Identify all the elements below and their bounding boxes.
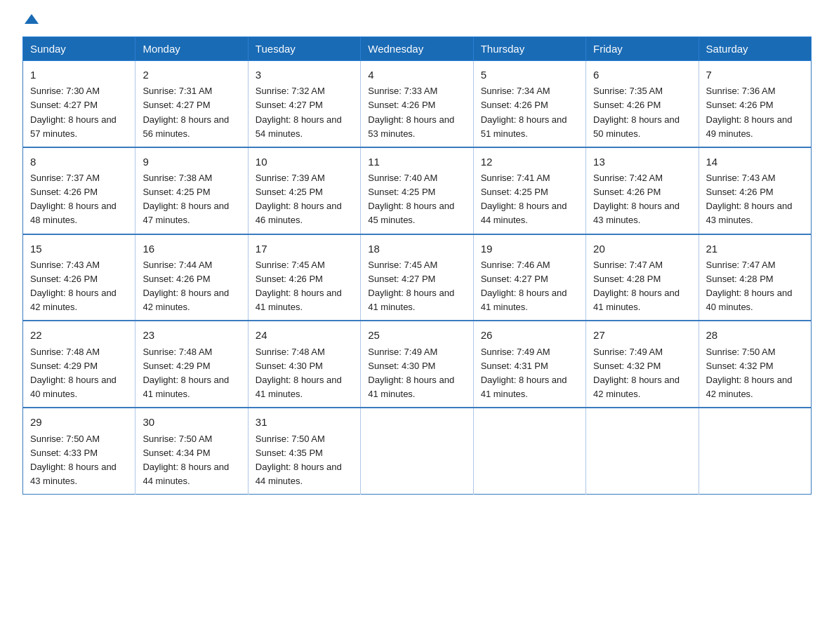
day-sunrise: Sunrise: 7:49 AM: [593, 347, 663, 357]
day-daylight: Daylight: 8 hours and 41 minutes.: [368, 288, 454, 312]
calendar-cell: 28 Sunrise: 7:50 AM Sunset: 4:32 PM Dayl…: [699, 321, 811, 408]
day-number: 6: [593, 67, 691, 83]
day-sunset: Sunset: 4:26 PM: [30, 274, 98, 284]
day-number: 2: [143, 67, 240, 83]
day-sunset: Sunset: 4:27 PM: [368, 274, 435, 284]
day-sunset: Sunset: 4:31 PM: [481, 361, 548, 371]
day-daylight: Daylight: 8 hours and 43 minutes.: [593, 201, 680, 225]
calendar-cell: 19 Sunrise: 7:46 AM Sunset: 4:27 PM Dayl…: [473, 234, 585, 321]
day-sunset: Sunset: 4:25 PM: [481, 187, 548, 197]
day-daylight: Daylight: 8 hours and 40 minutes.: [706, 288, 793, 312]
day-number: 13: [593, 154, 691, 170]
weekday-header-tuesday: Tuesday: [248, 37, 360, 61]
day-daylight: Daylight: 8 hours and 41 minutes.: [593, 288, 680, 312]
day-sunrise: Sunrise: 7:33 AM: [368, 86, 437, 96]
day-sunset: Sunset: 4:34 PM: [143, 448, 210, 458]
day-number: 27: [593, 327, 691, 343]
day-sunset: Sunset: 4:29 PM: [143, 361, 210, 371]
day-sunset: Sunset: 4:26 PM: [706, 100, 774, 110]
day-number: 12: [481, 154, 578, 170]
day-sunrise: Sunrise: 7:45 AM: [256, 260, 325, 270]
day-number: 31: [256, 414, 353, 430]
day-daylight: Daylight: 8 hours and 41 minutes.: [143, 375, 229, 399]
calendar-cell: 8 Sunrise: 7:37 AM Sunset: 4:26 PM Dayli…: [23, 147, 135, 234]
weekday-header-row: SundayMondayTuesdayWednesdayThursdayFrid…: [23, 37, 812, 61]
day-sunset: Sunset: 4:27 PM: [481, 274, 548, 284]
calendar-cell: 11 Sunrise: 7:40 AM Sunset: 4:25 PM Dayl…: [361, 147, 473, 234]
week-row-5: 29 Sunrise: 7:50 AM Sunset: 4:33 PM Dayl…: [23, 408, 812, 494]
day-sunset: Sunset: 4:32 PM: [706, 361, 774, 371]
calendar-cell: 30 Sunrise: 7:50 AM Sunset: 4:34 PM Dayl…: [135, 408, 248, 494]
calendar-cell: 12 Sunrise: 7:41 AM Sunset: 4:25 PM Dayl…: [473, 147, 585, 234]
calendar-cell: 6 Sunrise: 7:35 AM Sunset: 4:26 PM Dayli…: [586, 61, 699, 147]
day-number: 22: [30, 327, 128, 343]
day-sunset: Sunset: 4:26 PM: [593, 100, 661, 110]
calendar-cell: 16 Sunrise: 7:44 AM Sunset: 4:26 PM Dayl…: [135, 234, 248, 321]
calendar-cell: 23 Sunrise: 7:48 AM Sunset: 4:29 PM Dayl…: [135, 321, 248, 408]
day-daylight: Daylight: 8 hours and 44 minutes.: [143, 462, 229, 486]
day-number: 20: [593, 241, 691, 257]
day-daylight: Daylight: 8 hours and 41 minutes.: [481, 288, 567, 312]
day-daylight: Daylight: 8 hours and 42 minutes.: [30, 288, 117, 312]
day-daylight: Daylight: 8 hours and 41 minutes.: [256, 288, 342, 312]
day-daylight: Daylight: 8 hours and 42 minutes.: [143, 288, 229, 312]
day-sunset: Sunset: 4:28 PM: [593, 274, 661, 284]
day-sunset: Sunset: 4:27 PM: [256, 100, 323, 110]
day-sunrise: Sunrise: 7:37 AM: [30, 173, 100, 183]
day-daylight: Daylight: 8 hours and 53 minutes.: [368, 114, 454, 139]
day-sunrise: Sunrise: 7:41 AM: [481, 173, 550, 183]
day-number: 15: [30, 241, 128, 257]
day-daylight: Daylight: 8 hours and 45 minutes.: [368, 201, 454, 225]
day-number: 18: [368, 241, 465, 257]
day-daylight: Daylight: 8 hours and 46 minutes.: [256, 201, 342, 225]
weekday-header-monday: Monday: [135, 37, 248, 61]
day-sunset: Sunset: 4:26 PM: [368, 100, 435, 110]
day-sunrise: Sunrise: 7:34 AM: [481, 86, 550, 96]
calendar-cell: 3 Sunrise: 7:32 AM Sunset: 4:27 PM Dayli…: [248, 61, 360, 147]
day-daylight: Daylight: 8 hours and 40 minutes.: [30, 375, 117, 399]
calendar-cell: 2 Sunrise: 7:31 AM Sunset: 4:27 PM Dayli…: [135, 61, 248, 147]
calendar-cell: 24 Sunrise: 7:48 AM Sunset: 4:30 PM Dayl…: [248, 321, 360, 408]
day-daylight: Daylight: 8 hours and 50 minutes.: [593, 114, 680, 139]
day-daylight: Daylight: 8 hours and 47 minutes.: [143, 201, 229, 225]
day-daylight: Daylight: 8 hours and 44 minutes.: [481, 201, 567, 225]
calendar-cell: 9 Sunrise: 7:38 AM Sunset: 4:25 PM Dayli…: [135, 147, 248, 234]
calendar-cell: [361, 408, 473, 494]
day-sunrise: Sunrise: 7:39 AM: [256, 173, 325, 183]
week-row-4: 22 Sunrise: 7:48 AM Sunset: 4:29 PM Dayl…: [23, 321, 812, 408]
day-sunset: Sunset: 4:26 PM: [256, 274, 323, 284]
day-daylight: Daylight: 8 hours and 56 minutes.: [143, 114, 229, 139]
calendar-cell: [473, 408, 585, 494]
day-sunrise: Sunrise: 7:48 AM: [30, 347, 100, 357]
calendar-cell: 7 Sunrise: 7:36 AM Sunset: 4:26 PM Dayli…: [699, 61, 811, 147]
day-sunset: Sunset: 4:26 PM: [481, 100, 548, 110]
calendar-cell: 10 Sunrise: 7:39 AM Sunset: 4:25 PM Dayl…: [248, 147, 360, 234]
day-number: 14: [706, 154, 804, 170]
calendar-cell: 25 Sunrise: 7:49 AM Sunset: 4:30 PM Dayl…: [361, 321, 473, 408]
day-number: 24: [256, 327, 353, 343]
day-sunrise: Sunrise: 7:50 AM: [30, 434, 100, 444]
calendar-cell: 14 Sunrise: 7:43 AM Sunset: 4:26 PM Dayl…: [699, 147, 811, 234]
day-number: 23: [143, 327, 240, 343]
calendar-cell: 26 Sunrise: 7:49 AM Sunset: 4:31 PM Dayl…: [473, 321, 585, 408]
day-sunrise: Sunrise: 7:31 AM: [143, 86, 212, 96]
day-sunrise: Sunrise: 7:50 AM: [706, 347, 776, 357]
day-sunrise: Sunrise: 7:48 AM: [143, 347, 212, 357]
day-number: 8: [30, 154, 128, 170]
day-daylight: Daylight: 8 hours and 41 minutes.: [481, 375, 567, 399]
day-sunset: Sunset: 4:33 PM: [30, 448, 98, 458]
day-sunrise: Sunrise: 7:35 AM: [593, 86, 663, 96]
day-number: 19: [481, 241, 578, 257]
day-number: 17: [256, 241, 353, 257]
day-number: 3: [256, 67, 353, 83]
day-number: 29: [30, 414, 128, 430]
day-sunrise: Sunrise: 7:30 AM: [30, 86, 100, 96]
calendar-cell: [699, 408, 811, 494]
day-sunset: Sunset: 4:25 PM: [368, 187, 435, 197]
day-sunset: Sunset: 4:27 PM: [143, 100, 210, 110]
logo-arrow-icon: [25, 14, 39, 24]
day-daylight: Daylight: 8 hours and 51 minutes.: [481, 114, 567, 139]
calendar-table: SundayMondayTuesdayWednesdayThursdayFrid…: [22, 36, 812, 495]
day-sunrise: Sunrise: 7:47 AM: [706, 260, 776, 270]
day-sunset: Sunset: 4:35 PM: [256, 448, 323, 458]
